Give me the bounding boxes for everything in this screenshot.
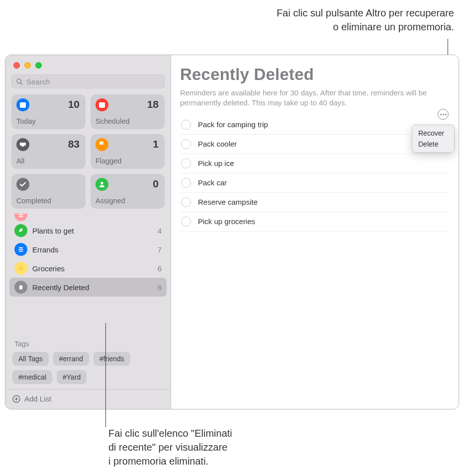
page-description: Reminders are available here for 30 days…	[180, 88, 449, 108]
search-placeholder: Search	[26, 78, 50, 86]
callout-top-text: Fai clic sul pulsante Altro per recupera…	[277, 6, 454, 34]
list-row-truncated[interactable]	[9, 214, 167, 221]
completion-circle[interactable]	[181, 217, 191, 227]
smart-name: Assigned	[95, 197, 159, 205]
completion-circle[interactable]	[181, 159, 191, 168]
list-name: Plants to get	[32, 227, 74, 235]
smart-count: 10	[68, 98, 80, 110]
svg-rect-3	[99, 102, 105, 104]
smart-list-flagged[interactable]: 1Flagged	[91, 134, 165, 169]
more-popover: Recover Delete	[412, 125, 455, 153]
smart-list-today[interactable]: 10Today	[11, 94, 86, 129]
person-icon	[95, 178, 108, 191]
list-row-recently-deleted[interactable]: Recently Deleted6	[9, 278, 167, 297]
list-count: 7	[158, 245, 162, 254]
reminder-title: Pick up ice	[198, 159, 234, 167]
smart-list-scheduled[interactable]: 18Scheduled	[91, 94, 165, 129]
reminder-title: Reserve campsite	[198, 198, 258, 206]
reminder-row[interactable]: Pick up groceries	[180, 212, 449, 232]
smart-name: Today	[16, 117, 80, 125]
tags-container: All Tags#errand#friends#medical#Yard	[5, 352, 171, 389]
my-lists: Plants to get4Errands7Groceries6Recently…	[5, 214, 171, 334]
tag-medical[interactable]: #medical	[12, 370, 52, 384]
reminder-row[interactable]: Pack for camping trip	[180, 115, 449, 135]
smart-name: Flagged	[95, 157, 159, 165]
lemon-icon	[14, 262, 27, 275]
zoom-window-button[interactable]	[35, 62, 42, 69]
window-controls	[5, 55, 171, 72]
list-row-errands[interactable]: Errands7	[9, 240, 167, 259]
page-title: Recently Deleted	[180, 65, 449, 84]
list-row-plants-to-get[interactable]: Plants to get4	[9, 221, 167, 240]
minimize-window-button[interactable]	[24, 62, 31, 69]
tag-errand[interactable]: #errand	[53, 352, 89, 366]
smart-count: 0	[153, 178, 159, 190]
completion-circle[interactable]	[181, 139, 191, 149]
sidebar: Search 10Today18Scheduled83All1FlaggedCo…	[5, 55, 171, 409]
callout-bottom-text: Fai clic sull'elenco "Eliminati di recen…	[108, 426, 232, 468]
smart-name: Completed	[16, 197, 80, 205]
search-icon	[16, 78, 23, 85]
svg-point-5	[19, 267, 23, 270]
flag-icon	[95, 138, 108, 151]
svg-rect-1	[20, 102, 26, 104]
calendar-icon	[16, 98, 29, 111]
tag-friends[interactable]: #friends	[93, 352, 130, 366]
tags-header: Tags	[5, 334, 171, 352]
reminder-list: Pack for camping tripPack coolerPick up …	[180, 115, 449, 232]
list-icon	[14, 243, 27, 256]
smart-lists-grid: 10Today18Scheduled83All1FlaggedCompleted…	[5, 94, 171, 214]
reminder-row[interactable]: Pack car	[180, 173, 449, 193]
add-list-label: Add List	[24, 395, 51, 403]
recover-menu-item[interactable]: Recover	[412, 128, 454, 139]
plus-circle-icon	[12, 395, 20, 403]
svg-point-4	[100, 182, 103, 184]
smart-list-all[interactable]: 83All	[11, 134, 86, 169]
callout-bottom-line	[105, 323, 106, 427]
check-icon	[16, 178, 29, 191]
leaf-icon	[14, 224, 27, 237]
reminder-row[interactable]: Pack cooler	[180, 135, 449, 154]
reminder-title: Pack for camping trip	[198, 120, 268, 129]
reminder-row[interactable]: Pick up ice	[180, 154, 449, 173]
delete-menu-item[interactable]: Delete	[412, 139, 454, 150]
list-count: 6	[158, 264, 162, 273]
completion-circle[interactable]	[181, 120, 191, 130]
list-name: Errands	[32, 245, 59, 254]
calendar-icon	[95, 98, 108, 111]
search-input[interactable]: Search	[11, 75, 165, 88]
reminder-title: Pack cooler	[198, 140, 237, 148]
close-window-button[interactable]	[13, 62, 20, 69]
completion-circle[interactable]	[181, 178, 191, 188]
reminder-row[interactable]: Reserve campsite	[180, 193, 449, 212]
more-button[interactable]	[438, 109, 449, 120]
tray-icon	[16, 138, 29, 151]
smart-count: 18	[147, 98, 159, 110]
smart-name: Scheduled	[95, 117, 159, 125]
smart-list-completed[interactable]: Completed	[11, 174, 86, 209]
app-window: Search 10Today18Scheduled83All1FlaggedCo…	[5, 55, 459, 409]
list-row-groceries[interactable]: Groceries6	[9, 259, 167, 278]
completion-circle[interactable]	[181, 197, 191, 207]
tag-all tags[interactable]: All Tags	[12, 352, 49, 366]
reminder-title: Pack car	[198, 178, 227, 187]
tag-yard[interactable]: #Yard	[57, 370, 87, 384]
list-name: Recently Deleted	[32, 283, 89, 292]
list-count: 6	[158, 283, 162, 292]
list-count: 4	[158, 227, 162, 235]
trash-icon	[14, 281, 27, 294]
smart-count: 1	[153, 138, 159, 150]
main-content: Recently Deleted Reminders are available…	[171, 55, 459, 409]
smart-list-assigned[interactable]: 0Assigned	[91, 174, 165, 209]
smart-name: All	[16, 157, 80, 165]
smart-count: 83	[68, 138, 80, 150]
list-name: Groceries	[32, 264, 65, 273]
list-icon	[14, 214, 27, 221]
add-list-button[interactable]: Add List	[5, 389, 171, 409]
reminder-title: Pick up groceries	[198, 217, 255, 226]
